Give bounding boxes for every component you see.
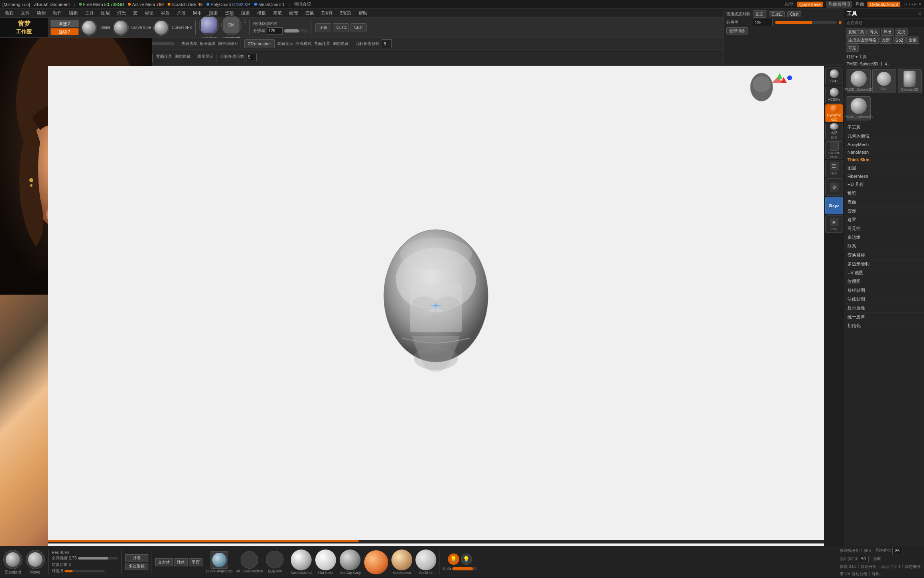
transform-target-item[interactable]: 变换目标 bbox=[844, 251, 924, 260]
settings-btn[interactable]: 出话 设置 bbox=[825, 123, 843, 140]
target-poly-input[interactable] bbox=[382, 39, 392, 48]
thumb-pm3d-sphere2[interactable]: PM3D_Sphere3C bbox=[847, 96, 871, 120]
geometry-edit-item[interactable]: 几何体编辑 bbox=[844, 132, 924, 141]
poly-group-item[interactable]: 多边组 bbox=[844, 233, 924, 242]
quick-save-button[interactable]: QuickSave bbox=[797, 2, 823, 7]
curve-strap-tool[interactable]: CurveStrapSnap bbox=[206, 551, 233, 573]
curve-mode-btn[interactable]: 曲线模式 bbox=[296, 41, 312, 47]
unified-skin-item[interactable]: 统一皮革 bbox=[844, 313, 924, 322]
uv-map-item[interactable]: UV 贴图 bbox=[844, 269, 924, 277]
goz-btn[interactable]: GoZ bbox=[893, 37, 906, 44]
mask-pen-tool[interactable]: MaskPen bbox=[415, 550, 436, 575]
import-btn[interactable]: 导入 bbox=[867, 28, 880, 36]
link-item[interactable]: 联系 bbox=[844, 242, 924, 251]
display-properties-item[interactable]: 显示属性 bbox=[844, 304, 924, 313]
subdivide-slider[interactable] bbox=[284, 29, 308, 33]
complete-btn[interactable]: 完成 bbox=[895, 28, 908, 36]
menu-light[interactable]: 灯光 bbox=[114, 9, 129, 17]
mask-item[interactable]: 遮罩 bbox=[844, 216, 924, 224]
dynamic-subdiv-btn[interactable]: 动态细分 bbox=[905, 564, 921, 570]
cust1-btn2[interactable]: Cust1 bbox=[769, 11, 785, 17]
light-btn[interactable]: 💡 bbox=[448, 554, 459, 565]
stroke-item[interactable]: 法线贴图 bbox=[844, 295, 924, 304]
preview-item[interactable]: 预览 bbox=[844, 189, 924, 198]
dynamic-btn[interactable]: Dynamic 动态 bbox=[825, 104, 843, 122]
menu-material[interactable]: 材质 bbox=[158, 9, 173, 17]
clear-all-btn2[interactable]: 全部清除 bbox=[726, 27, 748, 35]
subdivide-input[interactable] bbox=[267, 27, 283, 35]
menu-help[interactable]: 帮助 bbox=[355, 9, 371, 17]
standard-tool[interactable]: Standard bbox=[3, 550, 22, 574]
focal-input[interactable] bbox=[859, 556, 869, 562]
projection-item[interactable]: 放样贴图 bbox=[844, 286, 924, 295]
initialize-item[interactable]: 初始化 bbox=[844, 322, 924, 330]
nano-mesh-item[interactable]: NanoMesh bbox=[844, 149, 924, 156]
deform-item[interactable]: 变形 bbox=[844, 207, 924, 216]
thumb-cylinder[interactable]: Cylinder3D bbox=[898, 69, 922, 93]
delete-hidden-3[interactable]: 删除隐藏 bbox=[174, 54, 190, 62]
flat-color-tool[interactable]: Flat Color bbox=[315, 550, 336, 575]
menu-file[interactable]: 文件 bbox=[18, 9, 33, 17]
center-icon-1[interactable]: ☰ 中点 bbox=[825, 160, 843, 177]
export-btn-bottom[interactable]: 导出 bbox=[872, 571, 880, 577]
curve-tube-btn[interactable] bbox=[113, 20, 129, 36]
menu-movie[interactable]: 片段 bbox=[174, 9, 189, 17]
defaults-button[interactable]: DefaultZScript bbox=[867, 2, 900, 7]
poly-btn[interactable]: ▣ Poly bbox=[825, 215, 843, 233]
target-poly-3-input[interactable] bbox=[247, 54, 257, 61]
curve-trifill-btn[interactable] bbox=[153, 20, 169, 36]
menu-tool[interactable]: 工具 bbox=[82, 9, 97, 17]
cust2-btn[interactable]: Cust bbox=[351, 23, 367, 32]
poly-group-btn[interactable]: 多边形组 bbox=[125, 563, 148, 570]
nav-cube[interactable] bbox=[744, 69, 792, 114]
auto-group-btn[interactable]: 自动分组 bbox=[861, 564, 877, 570]
orange-material-tool[interactable] bbox=[364, 550, 388, 574]
menu-marker[interactable]: 标记 bbox=[142, 9, 157, 17]
light-btn2[interactable]: 💡 bbox=[461, 554, 472, 565]
thumb-pm3d-sphere1[interactable]: PM3D_Sphere3D bbox=[847, 69, 871, 93]
menu-stroke[interactable]: 简笔 bbox=[270, 9, 285, 17]
delete-hidden-btn[interactable]: 删除隐藏 bbox=[332, 41, 349, 47]
thick-skin-item[interactable]: Thick Skin bbox=[844, 156, 924, 164]
front-view-btn2[interactable]: 正面 bbox=[753, 10, 766, 18]
menu-template[interactable]: 模板 bbox=[254, 9, 269, 17]
insert-btn[interactable]: 插入 bbox=[864, 548, 872, 554]
light-tool-label[interactable]: 灯铲▼工具 bbox=[847, 55, 867, 59]
menu-layer[interactable]: 图层 bbox=[98, 9, 113, 17]
double-sided-3[interactable]: 双面显示 bbox=[197, 54, 213, 62]
keyshot-input[interactable] bbox=[892, 548, 902, 554]
texture-map-item[interactable]: 纹理图 bbox=[844, 277, 924, 286]
dynamesh-btn[interactable]: DM bbox=[221, 15, 241, 35]
subdivide-slider2[interactable] bbox=[775, 21, 837, 24]
ac50-btn[interactable]: AC50% bbox=[825, 86, 843, 104]
linefill-btn[interactable]: Line Fill PolyF bbox=[825, 141, 843, 159]
menu-action[interactable]: 动作 bbox=[50, 9, 65, 17]
zremesher-btn[interactable]: ZRemesher bbox=[244, 39, 274, 48]
poly-paint-item[interactable]: 多边形绘制 bbox=[844, 260, 924, 269]
menu-zrender[interactable]: Z渲染 bbox=[337, 9, 355, 17]
sub-tool-item[interactable]: 子工具 bbox=[844, 123, 924, 132]
cust2-btn2[interactable]: Cust bbox=[787, 11, 801, 17]
double-sided-btn[interactable]: 双面显示 bbox=[277, 41, 293, 47]
matcap-gray-tool[interactable]: MatCap Gray bbox=[339, 550, 361, 575]
smoother-btn[interactable]: 光滑 bbox=[879, 37, 892, 44]
generate-mesh-btn[interactable]: 生成多边形网格 bbox=[846, 37, 879, 44]
menu-texture[interactable]: 纹理 bbox=[286, 9, 301, 17]
extract-btn[interactable]: 提取 bbox=[873, 556, 881, 562]
visibility-item[interactable]: 可见性 bbox=[844, 224, 924, 233]
all-btn[interactable]: 全部 bbox=[906, 37, 919, 44]
menu-macro[interactable]: 宏 bbox=[130, 9, 141, 17]
export-btn-rp[interactable]: 导出 bbox=[881, 28, 894, 36]
thumb-sim[interactable]: Sim bbox=[872, 69, 896, 93]
canvas-area[interactable] bbox=[48, 66, 824, 546]
uv-auto-group-btn[interactable]: 带 UV 自动分组 bbox=[840, 571, 867, 577]
plane-btn[interactable]: 平面 bbox=[189, 558, 203, 566]
line-skin-tool[interactable]: 线条Skin bbox=[266, 551, 284, 574]
mask-lasso-tool[interactable]: MaskLasso bbox=[391, 550, 412, 575]
cube-btn[interactable]: 立方体 bbox=[155, 558, 173, 566]
inflate-btn[interactable] bbox=[81, 20, 97, 36]
cust1-btn[interactable]: Cust1 bbox=[333, 23, 349, 32]
fiber-mesh-item[interactable]: FiberMesh bbox=[844, 173, 924, 180]
subdivide-input2[interactable] bbox=[753, 19, 773, 26]
copy-tool-btn[interactable]: 复制工具 bbox=[846, 28, 867, 36]
